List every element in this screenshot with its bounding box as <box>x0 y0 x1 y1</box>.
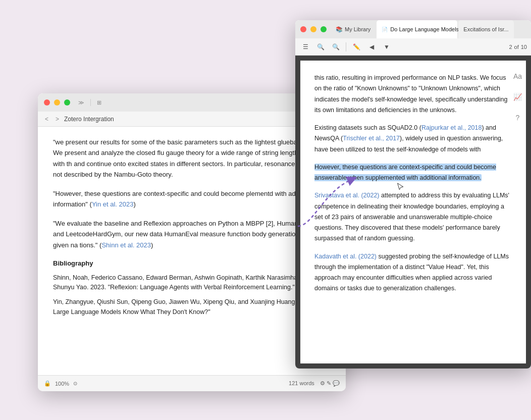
library-tab[interactable]: 📚 My Library <box>331 20 376 38</box>
pdf-para-2: Existing datasets such as SQuAD2.0 (Rajp… <box>314 123 512 155</box>
footer-left: 🔒 100% ⊙ <box>44 380 77 387</box>
pdf-maximize-button[interactable] <box>321 26 327 32</box>
bib-entry-2: Yin, Zhangyue, Qiushi Sun, Qipeng Guo, J… <box>53 297 331 317</box>
zoom-out-button[interactable]: 🔍 <box>314 41 327 52</box>
nav-back[interactable]: < <box>43 115 50 124</box>
help-icon[interactable]: ? <box>516 112 520 124</box>
zoom-in-button[interactable]: 🔍 <box>330 41 342 52</box>
text-block-3: "We evaluate the baseline and Reflexion … <box>53 218 331 250</box>
pdf-para-4: Kadavath et al. (2022) suggested probing… <box>314 251 512 294</box>
close-button[interactable] <box>44 99 50 106</box>
pdf-tab-2-label: Excitations of Isr... <box>463 26 508 32</box>
current-page: 2 <box>509 44 512 50</box>
cite-shinn-2023[interactable]: Shinn et al. 2023 <box>101 241 151 249</box>
footer-icons: ⚙ ✎ 💬 <box>320 380 340 386</box>
pdf-highlight-block: However, these questions are context-spe… <box>314 162 512 184</box>
pdf-para-1: this ratio, resulting in improved perfor… <box>314 73 512 116</box>
text-block-3-content: "We evaluate the baseline and Reflexion … <box>53 220 327 249</box>
pdf-tabs: 📚 My Library 📄 Do Large Language Models.… <box>331 20 526 38</box>
pdf-page: this ratio, resulting in improved perfor… <box>300 61 526 363</box>
pdf-tab-1-label: Do Large Language Models... <box>390 26 463 32</box>
prev-page-button[interactable]: ◀ <box>365 41 378 52</box>
cite-rajpurkar[interactable]: Rajpurkar et al., 2018 <box>421 124 482 131</box>
pdf-para-3: Srivastava et al. (2022) attempted to ad… <box>314 190 512 244</box>
pdf-close-button[interactable] <box>300 26 306 32</box>
cite-srivastava[interactable]: Srivastava et al. (2022) <box>314 192 380 199</box>
chart-icon[interactable]: 📈 <box>513 91 522 103</box>
text-block-2: "However, these questions are context-sp… <box>53 188 331 210</box>
zotero-footer: 🔒 100% ⊙ 121 words ⚙ ✎ 💬 <box>38 375 346 391</box>
pdf-tab-1[interactable]: 📄 Do Large Language Models... ✕ <box>377 20 457 38</box>
footer-right: 121 words ⚙ ✎ 💬 <box>289 380 340 387</box>
zoom-level: 100% <box>55 381 69 387</box>
maximize-button[interactable] <box>64 99 70 106</box>
cite-trischler[interactable]: Trischler et al., 2017 <box>343 135 400 142</box>
sidebar-toggle-button[interactable]: ☰ <box>299 41 311 52</box>
page-separator: of <box>514 44 519 50</box>
zoom-slider-icon: ⊙ <box>73 381 77 386</box>
page-info: 2 of 10 <box>509 44 527 50</box>
pdf-toolbar: ☰ 🔍 🔍 ✏️ ◀ ▼ 2 of 10 <box>295 38 531 56</box>
pdf-sidebar-icons: Aa 📈 ? <box>513 71 522 124</box>
pdf-minimize-button[interactable] <box>310 26 316 32</box>
library-tab-label: My Library <box>345 26 370 32</box>
annotation-button[interactable]: ✏️ <box>350 41 362 52</box>
text-block-1-content: "we present our results for some of the … <box>53 138 331 178</box>
minimize-button[interactable] <box>54 99 60 106</box>
lock-icon: 🔒 <box>44 380 51 387</box>
pdf-titlebar: 📚 My Library 📄 Do Large Language Models.… <box>295 20 531 38</box>
next-page-button[interactable]: ▼ <box>381 41 393 52</box>
text-block-1: "we present our results for some of the … <box>53 137 331 180</box>
font-icon[interactable]: Aa <box>513 71 522 82</box>
highlighted-text: However, these questions are context-spe… <box>314 164 496 181</box>
cite-yin-2023[interactable]: Yin et al. 2023 <box>92 200 134 208</box>
bibliography-heading: Bibliography <box>53 258 331 269</box>
cite-kadavath[interactable]: Kadavath et al. (2022) <box>314 253 377 260</box>
pdf-icon: 📄 <box>382 27 388 32</box>
word-count: 121 words <box>289 380 314 386</box>
text-block-2-content: "However, these questions are context-sp… <box>53 190 316 208</box>
total-pages: 10 <box>521 44 527 50</box>
bibliography-section: Bibliography Shinn, Noah, Federico Cassa… <box>53 258 331 317</box>
pdf-window: 📚 My Library 📄 Do Large Language Models.… <box>295 20 531 369</box>
bib-entry-1: Shinn, Noah, Federico Cassano, Edward Be… <box>53 273 331 293</box>
toolbar-separator-1 <box>346 42 346 51</box>
breadcrumb: Zotero Intergration <box>64 116 114 123</box>
pdf-tab-2[interactable]: Excitations of Isr... <box>458 20 513 38</box>
nav-forward[interactable]: > <box>54 115 61 124</box>
pdf-content-area[interactable]: this ratio, resulting in improved perfor… <box>295 56 531 369</box>
